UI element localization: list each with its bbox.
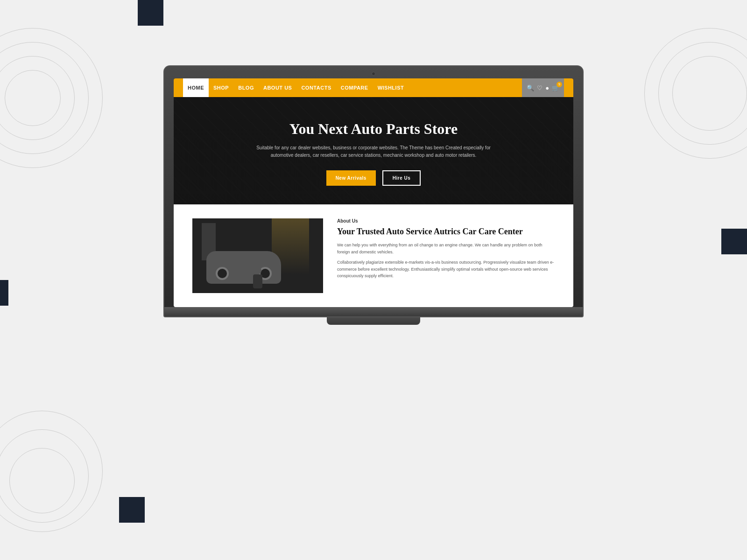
circle-decor-3 (0, 56, 75, 140)
laptop-mockup: HOME SHOP BLOG ABOUT US CONTACTS COMPARE… (163, 65, 584, 325)
circle-decor-br (0, 411, 103, 532)
search-icon[interactable]: 🔍 (527, 84, 534, 91)
wishlist-icon[interactable]: ♡ (537, 84, 543, 91)
circle-decor-br2 (0, 429, 89, 523)
nav-item-shop[interactable]: SHOP (209, 78, 233, 97)
nav-item-wishlist[interactable]: WISHLIST (373, 78, 409, 97)
laptop-base (163, 307, 584, 317)
laptop-camera (372, 72, 375, 76)
nav-item-compare[interactable]: COMPARE (336, 78, 373, 97)
cart-badge: 9 (557, 82, 562, 87)
navigation-bar: HOME SHOP BLOG ABOUT US CONTACTS COMPARE… (174, 78, 573, 97)
decor-rect-2 (721, 229, 747, 254)
decor-rect-4 (119, 497, 145, 523)
user-icon[interactable]: ● (545, 84, 549, 91)
nav-item-blog[interactable]: BLOG (233, 78, 259, 97)
circle-decor-2 (0, 42, 89, 154)
circle-decor-7 (672, 56, 747, 131)
laptop-screen: HOME SHOP BLOG ABOUT US CONTACTS COMPARE… (174, 78, 573, 307)
nav-item-home[interactable]: HOME (183, 78, 209, 97)
decor-rect-3 (0, 280, 8, 306)
mechanic-body (253, 274, 262, 288)
laptop-lid: HOME SHOP BLOG ABOUT US CONTACTS COMPARE… (163, 65, 584, 307)
cart-icon[interactable]: 🛒 9 (552, 84, 559, 91)
about-image (192, 218, 323, 293)
hero-section: You Next Auto Parts Store Suitable for a… (174, 97, 573, 204)
circle-decor-1 (0, 28, 103, 168)
decor-rect-1 (138, 0, 163, 26)
nav-item-contacts[interactable]: CONTACTS (296, 78, 336, 97)
about-label: About Us (337, 218, 555, 224)
circle-decor-br3 (9, 448, 75, 513)
hire-us-button[interactable]: Hire Us (382, 170, 421, 186)
about-heading: Your Trusted Auto Service Autrics Car Ca… (337, 226, 555, 237)
circle-decor-6 (658, 42, 747, 145)
nav-icons-group: 🔍 ♡ ● 🛒 9 (522, 78, 564, 97)
nav-item-about[interactable]: ABOUT US (259, 78, 296, 97)
about-section: About Us Your Trusted Auto Service Autri… (174, 204, 573, 307)
website-content: HOME SHOP BLOG ABOUT US CONTACTS COMPARE… (174, 78, 573, 307)
hero-subtitle: Suitable for any car dealer websites, bu… (252, 144, 495, 159)
circle-decor-4 (5, 70, 61, 126)
circle-decor-5 (644, 28, 747, 159)
about-content: About Us Your Trusted Auto Service Autri… (337, 218, 555, 293)
new-arrivals-button[interactable]: New Arrivals (326, 170, 376, 186)
mechanic-figure (248, 260, 267, 293)
about-text-2: Collaboratively plagiarize extensible e-… (337, 259, 555, 279)
mechanic-head (254, 267, 261, 274)
laptop-stand (327, 317, 420, 325)
hero-buttons: New Arrivals Hire Us (326, 170, 421, 186)
car-wheel-left (216, 267, 229, 280)
about-text-1: We can help you with everything from an … (337, 242, 555, 255)
hero-title: You Next Auto Parts Store (289, 120, 458, 138)
car-silhouette (206, 251, 281, 284)
